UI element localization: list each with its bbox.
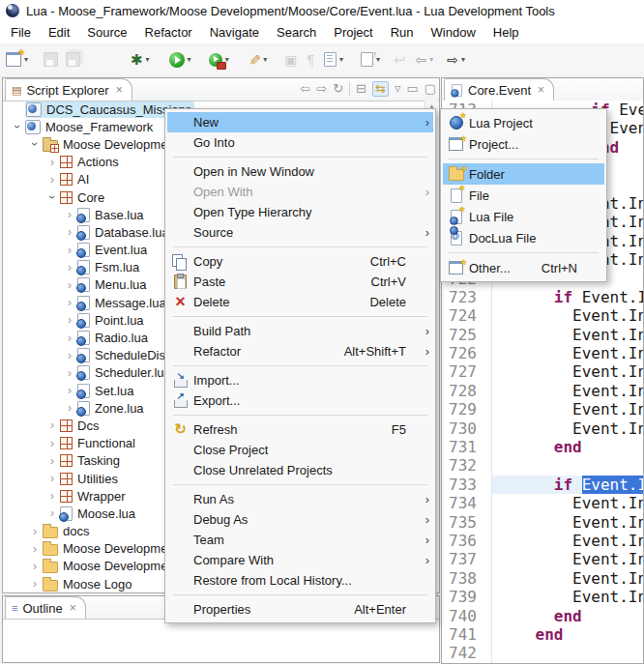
expander-icon[interactable]: ›: [62, 278, 77, 292]
expander-icon[interactable]: ›: [10, 120, 25, 133]
expander-icon[interactable]: ›: [44, 454, 60, 468]
expander-icon[interactable]: ›: [62, 244, 77, 257]
dropdown-arrow-icon[interactable]: ▾: [461, 55, 465, 64]
context-menu-item-source[interactable]: Source›: [167, 222, 433, 243]
new-submenu-item-project[interactable]: Project...: [443, 133, 604, 155]
expander-icon[interactable]: ›: [62, 296, 77, 309]
code-line[interactable]: 725 Event.IniUnitName = Event.IniDCSUnit…: [442, 326, 643, 344]
context-menu-item-close-project[interactable]: Close Project: [167, 440, 433, 460]
code-line[interactable]: 737 Event.IniGroupName = Event.IniDCSGro…: [442, 550, 643, 568]
expander-icon[interactable]: ›: [44, 472, 60, 485]
expander-icon[interactable]: ›: [62, 261, 77, 274]
code-line[interactable]: 732: [442, 456, 643, 475]
link-with-editor-icon[interactable]: ⇆: [372, 81, 389, 97]
forward-history-button[interactable]: ⇨▾: [447, 48, 465, 72]
context-menu-item-go-into[interactable]: Go Into: [167, 132, 433, 153]
expander-icon[interactable]: ›: [44, 437, 60, 450]
close-icon[interactable]: ×: [116, 83, 123, 97]
new-wizard-button[interactable]: ▾: [6, 48, 28, 72]
forward-icon[interactable]: ⇨: [316, 82, 327, 96]
context-menu-item-build-path[interactable]: Build Path›: [167, 321, 433, 341]
collapse-all-icon[interactable]: ⊟: [356, 82, 366, 96]
context-menu-item-debug-as[interactable]: Debug As›: [167, 509, 433, 530]
back-icon[interactable]: ⇦: [300, 82, 310, 96]
menu-run[interactable]: Run: [383, 23, 422, 42]
menu-navigate[interactable]: Navigate: [202, 23, 267, 42]
tab-core-event[interactable]: Core.Event ×: [444, 78, 554, 101]
dropdown-arrow-icon[interactable]: ▾: [263, 55, 267, 64]
maximize-icon[interactable]: ▢: [424, 82, 436, 96]
context-menu-item-refactor[interactable]: RefactorAlt+Shift+T›: [167, 341, 433, 361]
context-menu-item-paste[interactable]: PasteCtrl+V: [167, 272, 433, 292]
expander-icon[interactable]: ›: [44, 419, 60, 432]
context-menu-item-compare-with[interactable]: Compare With›: [167, 550, 433, 570]
refresh-view-icon[interactable]: ↻: [333, 82, 343, 96]
context-menu-item-delete[interactable]: DeleteDelete: [167, 292, 433, 312]
expander-icon[interactable]: ›: [62, 384, 77, 397]
expander-icon[interactable]: ›: [62, 349, 77, 362]
code-line[interactable]: 728 Event.IniCategory = Event.IniDCSUnit…: [442, 382, 643, 400]
debug-button[interactable]: ✱▾: [131, 48, 150, 72]
code-line[interactable]: 739 Event.IniCoalition = Event.IniDCSUni…: [442, 588, 643, 606]
code-line[interactable]: 741 end: [442, 625, 643, 644]
context-menu-item-team[interactable]: Team›: [167, 530, 433, 550]
code-line[interactable]: 729 Event.IniTypeName = Event.IniDCSUnit…: [442, 400, 643, 419]
expander-icon[interactable]: ›: [27, 525, 43, 538]
code-line[interactable]: 736 Event.IniGroup = GROUP:FindByName( E…: [442, 532, 643, 550]
context-menu-item-copy[interactable]: CopyCtrl+C: [167, 251, 433, 272]
context-menu-item-import[interactable]: Import...: [167, 370, 433, 390]
menu-file[interactable]: File: [3, 23, 39, 42]
expander-icon[interactable]: ›: [44, 506, 60, 520]
open-type-button[interactable]: ▾: [361, 48, 380, 72]
tab-outline[interactable]: ≡ Outline ×: [5, 596, 86, 619]
expander-icon[interactable]: ›: [27, 560, 43, 573]
expander-icon[interactable]: ›: [62, 401, 77, 415]
code-line[interactable]: 731 end: [442, 438, 643, 456]
code-line[interactable]: 724 Event.IniDCSUnitName = Event.IniDCSU…: [442, 306, 643, 325]
new-submenu-item-folder[interactable]: Folder: [443, 163, 604, 185]
context-menu-item-properties[interactable]: PropertiesAlt+Enter: [167, 599, 433, 620]
code-line[interactable]: 734 Event.IniDCSGroup = Event.IniDCSUnit…: [442, 494, 643, 512]
expander-icon[interactable]: ›: [27, 137, 43, 151]
context-menu-item-open-in-new-window[interactable]: Open in New Window: [167, 161, 433, 182]
expander-icon[interactable]: ›: [62, 225, 77, 239]
code-line[interactable]: 730 Event.IniGroupName = Event.IniDCSGro…: [442, 419, 643, 438]
menu-help[interactable]: Help: [485, 23, 527, 42]
menu-search[interactable]: Search: [269, 23, 324, 42]
tab-script-explorer[interactable]: ▤ Script Explorer ×: [5, 78, 132, 101]
expander-icon[interactable]: ›: [44, 489, 60, 503]
menu-edit[interactable]: Edit: [41, 23, 77, 42]
expander-icon[interactable]: ›: [27, 542, 43, 556]
menu-project[interactable]: Project: [326, 23, 380, 42]
menu-source[interactable]: Source: [79, 23, 134, 42]
code-line[interactable]: 738 Event.IniPlayerName = Event.IniDCSUn…: [442, 569, 643, 588]
expander-icon[interactable]: ›: [62, 366, 77, 380]
code-line[interactable]: 740 end: [442, 607, 643, 625]
code-line[interactable]: 726 Event.IniUnit = UNIT:FindByName( Eve…: [442, 344, 643, 362]
context-menu-item-restore-from-local-history[interactable]: Restore from Local History...: [167, 570, 433, 591]
minimize-icon[interactable]: ▭: [406, 82, 418, 96]
expander-icon[interactable]: ›: [62, 208, 77, 221]
context-menu-item-new[interactable]: New›: [167, 112, 433, 132]
new-submenu-item-doclua-file[interactable]: DocLua File: [443, 227, 604, 248]
annotate-button[interactable]: ✎▾: [249, 48, 268, 72]
dropdown-arrow-icon[interactable]: ▾: [146, 55, 150, 64]
code-line[interactable]: 723 if Event.IniDCSUnit then: [442, 288, 643, 306]
new-submenu-item-other[interactable]: Other...Ctrl+N: [443, 257, 604, 278]
code-line[interactable]: 742: [442, 644, 643, 662]
new-submenu-item-lua-project[interactable]: Lua Project: [443, 112, 604, 133]
expander-icon[interactable]: ›: [27, 577, 43, 591]
dropdown-arrow-icon[interactable]: ▾: [188, 55, 191, 64]
context-menu-item-export[interactable]: Export...: [167, 390, 433, 411]
expander-icon[interactable]: ›: [44, 173, 60, 187]
close-icon[interactable]: ×: [538, 83, 544, 97]
expander-icon[interactable]: ›: [62, 313, 77, 327]
dropdown-arrow-icon[interactable]: ▾: [429, 55, 433, 64]
expander-icon[interactable]: ›: [62, 332, 77, 345]
code-line[interactable]: 735 Event.IniDCSGroupName = Event.IniDCS…: [442, 513, 643, 532]
context-menu-item-open-type-hierarchy[interactable]: Open Type Hierarchy: [167, 202, 433, 222]
close-icon[interactable]: ×: [70, 601, 76, 615]
menu-window[interactable]: Window: [424, 23, 483, 42]
new-submenu-item-lua-file[interactable]: Lua File: [443, 206, 604, 227]
run-button[interactable]: ▾: [169, 48, 191, 72]
